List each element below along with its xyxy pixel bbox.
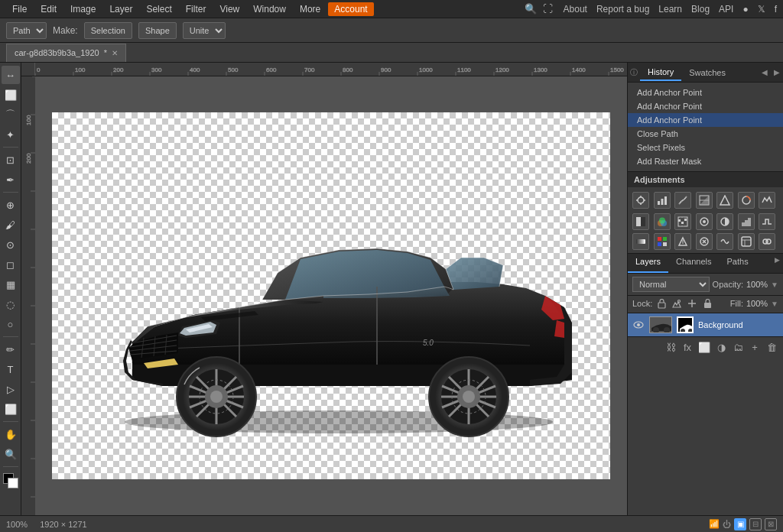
history-item-4[interactable]: Close Path <box>628 127 783 141</box>
status-wifi-icon[interactable]: 📶 <box>709 519 720 529</box>
hand-tool[interactable]: ✋ <box>2 425 20 443</box>
lock-pixels-icon[interactable] <box>655 297 668 310</box>
menu-select[interactable]: Select <box>140 2 177 16</box>
adj-vibrance[interactable] <box>716 192 733 209</box>
adj-extra5[interactable] <box>759 233 775 250</box>
menu-window[interactable]: Window <box>247 2 292 16</box>
clone-tool[interactable]: ⊙ <box>2 235 20 254</box>
twitter-icon[interactable]: 𝕏 <box>758 4 765 15</box>
adj-bw[interactable] <box>632 213 649 230</box>
adj-colorbalance[interactable] <box>759 192 775 209</box>
adj-brightness[interactable] <box>632 192 649 209</box>
menu-file[interactable]: File <box>6 2 33 16</box>
layers-tab[interactable]: Layers <box>628 254 668 273</box>
adj-extra3[interactable] <box>716 233 733 250</box>
canvas-wrapper[interactable]: 5.0 <box>35 76 627 515</box>
facebook-icon[interactable]: f <box>775 4 777 15</box>
crop-tool[interactable]: ⊡ <box>2 151 20 169</box>
adj-channelmixer[interactable] <box>674 213 691 230</box>
adj-posterize[interactable] <box>738 213 755 230</box>
layer-link-icon[interactable]: ⛓ <box>664 340 677 354</box>
shape-tool[interactable]: ⬜ <box>2 400 20 418</box>
path-selection-tool[interactable]: ▷ <box>2 380 20 398</box>
history-item-2[interactable]: Add Anchor Point <box>628 99 783 113</box>
swatches-tab[interactable]: Swatches <box>681 65 733 80</box>
dodge-tool[interactable]: ○ <box>2 315 20 333</box>
adj-levels[interactable] <box>654 192 671 209</box>
adj-curves[interactable] <box>674 192 691 209</box>
adj-extra4[interactable] <box>738 233 755 250</box>
panel-nav-right[interactable]: ▶ <box>771 66 783 79</box>
history-item-1[interactable]: Add Anchor Point <box>628 86 783 99</box>
panel-nav-left[interactable]: ◀ <box>759 66 771 79</box>
layer-effects-icon[interactable]: fx <box>681 340 694 354</box>
color-swatch[interactable] <box>2 472 20 490</box>
opacity-value[interactable]: 100% <box>746 280 768 289</box>
eraser-tool[interactable]: ◻ <box>2 255 20 274</box>
adj-huesat[interactable] <box>738 192 755 209</box>
paths-tab[interactable]: Paths <box>720 254 756 273</box>
zoom-tool[interactable]: 🔍 <box>2 445 20 463</box>
status-view2-icon[interactable]: ⊠ <box>765 518 777 530</box>
menu-layer[interactable]: Layer <box>103 2 138 16</box>
layer-new-fill-icon[interactable]: ◑ <box>714 340 728 354</box>
menu-edit[interactable]: Edit <box>34 2 63 16</box>
adj-threshold[interactable] <box>759 213 775 230</box>
layer-visibility-toggle[interactable] <box>632 319 645 331</box>
unite-dropdown[interactable]: Unite <box>183 22 226 39</box>
about-link[interactable]: About <box>564 4 587 15</box>
doc-tab-close[interactable]: ✕ <box>112 49 118 57</box>
lock-image-icon[interactable] <box>671 297 683 310</box>
menu-filter[interactable]: Filter <box>180 2 213 16</box>
move-tool[interactable]: ↔ <box>2 66 20 84</box>
layer-new-icon[interactable]: + <box>748 340 762 354</box>
adj-extra1[interactable] <box>674 233 691 250</box>
fill-dropdown-icon[interactable]: ▼ <box>771 300 778 308</box>
quick-select-tool[interactable]: ✦ <box>2 125 20 144</box>
brush-tool[interactable]: 🖌 <box>2 216 20 234</box>
document-tab[interactable]: car-g8d83b9b3a_1920 * ✕ <box>6 44 126 62</box>
healing-tool[interactable]: ⊕ <box>2 196 20 214</box>
path-dropdown[interactable]: Path <box>6 22 47 39</box>
menu-more[interactable]: More <box>294 2 327 16</box>
menu-image[interactable]: Image <box>64 2 102 16</box>
layer-delete-icon[interactable]: 🗑 <box>765 340 778 354</box>
eyedropper-tool[interactable]: ✒ <box>2 170 20 189</box>
type-tool[interactable]: T <box>2 360 20 378</box>
adj-gradientmap[interactable] <box>632 233 649 250</box>
layer-mask-icon[interactable]: ⬜ <box>697 340 711 354</box>
lasso-tool[interactable]: ⌒ <box>2 105 20 124</box>
history-item-3[interactable]: Add Anchor Point <box>628 113 783 127</box>
fill-value[interactable]: 100% <box>746 299 768 308</box>
lock-position-icon[interactable] <box>686 297 698 310</box>
opacity-dropdown-icon[interactable]: ▼ <box>771 281 778 289</box>
api-link[interactable]: API <box>719 4 733 15</box>
report-bug-link[interactable]: Report a bug <box>596 4 649 15</box>
panel-info-btn[interactable]: ⓘ <box>628 67 640 78</box>
adj-extra2[interactable] <box>696 233 713 250</box>
adj-colorlookup[interactable] <box>696 213 713 230</box>
lock-all-icon[interactable] <box>701 297 713 310</box>
blur-tool[interactable]: ◌ <box>2 295 20 313</box>
menu-view[interactable]: View <box>213 2 245 16</box>
blend-mode-select[interactable]: Normal Multiply Screen Overlay <box>632 277 710 292</box>
search-icon[interactable]: 🔍 <box>525 3 537 15</box>
marquee-tool[interactable]: ⬜ <box>2 86 20 104</box>
background-layer-row[interactable]: Background <box>628 313 783 336</box>
adj-exposure[interactable] <box>696 192 713 209</box>
reddit-icon[interactable]: ● <box>742 4 748 15</box>
history-tab[interactable]: History <box>640 64 681 81</box>
blog-link[interactable]: Blog <box>691 4 710 15</box>
layer-group-icon[interactable]: 🗂 <box>731 340 745 354</box>
selection-button[interactable]: Selection <box>84 22 132 39</box>
status-screen-icon[interactable]: ▣ <box>734 518 746 530</box>
history-item-5[interactable]: Select Pixels <box>628 141 783 154</box>
menu-account[interactable]: Account <box>328 2 373 16</box>
status-off-icon[interactable]: ⏻ <box>723 520 731 529</box>
pen-tool[interactable]: ✏ <box>2 340 20 358</box>
adj-selectivecolor[interactable] <box>654 233 671 250</box>
adj-photofilter[interactable] <box>654 213 671 230</box>
adj-invert[interactable] <box>716 213 733 230</box>
channels-tab[interactable]: Channels <box>668 254 719 273</box>
status-view1-icon[interactable]: ⊟ <box>749 518 762 530</box>
